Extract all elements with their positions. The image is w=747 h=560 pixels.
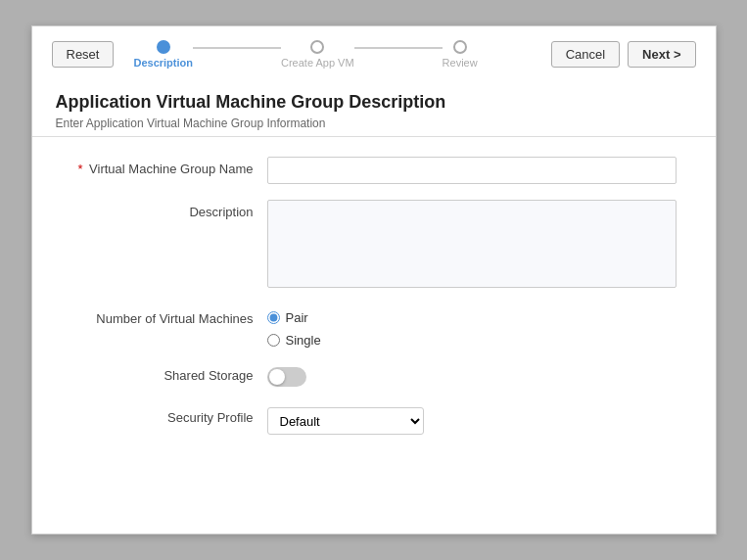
- vm-group-name-label: * Virtual Machine Group Name: [71, 157, 267, 176]
- shared-storage-wrap: [267, 363, 677, 390]
- step-label-review: Review: [443, 57, 478, 69]
- security-profile-select[interactable]: Default High Standard: [267, 407, 424, 435]
- num-vms-radio-group: Pair Single: [267, 306, 677, 348]
- toolbar: Reset Description Create App VM Review: [32, 26, 716, 76]
- page-subtitle: Enter Application Virtual Machine Group …: [56, 117, 692, 130]
- vm-group-name-input[interactable]: [267, 157, 677, 184]
- step-line-1: [193, 47, 281, 49]
- shared-storage-row: Shared Storage: [71, 363, 677, 390]
- radio-single-item[interactable]: Single: [267, 333, 677, 348]
- modal-container: Reset Description Create App VM Review: [31, 25, 717, 535]
- toolbar-right: Cancel Next >: [551, 41, 696, 68]
- radio-pair-label: Pair: [286, 310, 308, 325]
- security-profile-row: Security Profile Default High Standard: [71, 405, 677, 435]
- radio-pair-input[interactable]: [267, 311, 280, 324]
- security-profile-wrap: Default High Standard: [267, 405, 677, 435]
- step-circle-review: [453, 40, 467, 54]
- vm-group-name-wrap: [267, 157, 677, 184]
- num-vms-wrap: Pair Single: [267, 306, 677, 348]
- vm-group-name-row: * Virtual Machine Group Name: [71, 157, 677, 184]
- toggle-knob: [269, 369, 285, 385]
- reset-button[interactable]: Reset: [52, 41, 115, 68]
- description-label: Description: [71, 200, 267, 219]
- next-button[interactable]: Next >: [628, 41, 695, 68]
- page-title: Application Virtual Machine Group Descri…: [56, 92, 692, 113]
- toolbar-left: Reset Description Create App VM Review: [52, 40, 478, 69]
- security-profile-label: Security Profile: [71, 405, 267, 425]
- shared-storage-toggle[interactable]: [267, 367, 306, 387]
- step-create-app-vm: Create App VM: [281, 40, 354, 69]
- radio-single-input[interactable]: [267, 334, 280, 347]
- step-review: Review: [443, 40, 478, 69]
- wizard-steps: Description Create App VM Review: [133, 40, 477, 69]
- step-label-description: Description: [133, 57, 193, 69]
- shared-storage-label: Shared Storage: [71, 363, 267, 383]
- page-header: Application Virtual Machine Group Descri…: [32, 76, 716, 137]
- num-vms-label: Number of Virtual Machines: [71, 306, 267, 326]
- cancel-button[interactable]: Cancel: [551, 41, 620, 68]
- step-circle-description: [157, 40, 170, 54]
- step-description: Description: [133, 40, 193, 69]
- form-body: * Virtual Machine Group Name Description…: [32, 137, 716, 470]
- required-star: *: [77, 162, 82, 176]
- description-textarea[interactable]: [267, 200, 677, 288]
- description-row: Description: [71, 200, 677, 291]
- step-label-create-app-vm: Create App VM: [281, 57, 354, 69]
- radio-pair-item[interactable]: Pair: [267, 310, 677, 325]
- step-circle-create-app-vm: [310, 40, 324, 54]
- description-wrap: [267, 200, 677, 291]
- step-line-2: [354, 47, 443, 49]
- vm-group-name-label-text: Virtual Machine Group Name: [89, 162, 253, 176]
- num-vms-row: Number of Virtual Machines Pair Single: [71, 306, 677, 348]
- radio-single-label: Single: [286, 333, 321, 348]
